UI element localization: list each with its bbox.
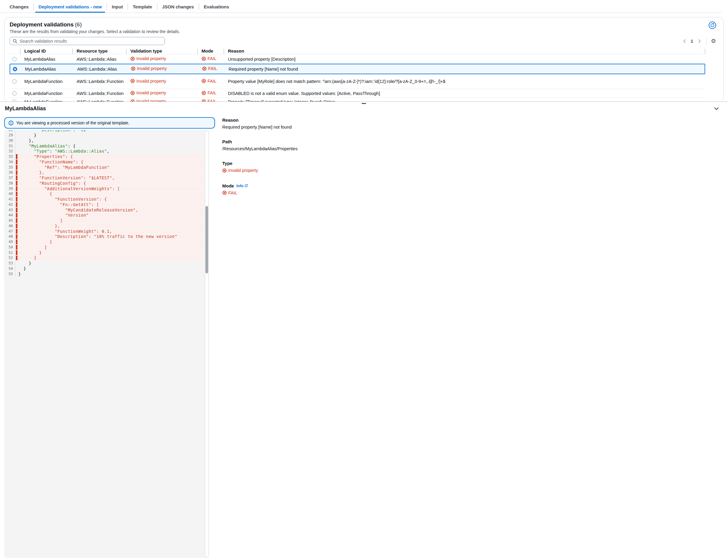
- table-row[interactable]: MyLambdaAlias AWS::Lambda::Alias Invalid…: [10, 54, 364, 64]
- template-code-viewer[interactable]: 28 "Description": "v2" 29 } 30 }, 31 "My…: [4, 130, 209, 280]
- scrollbar-thumb[interactable]: [206, 206, 208, 273]
- line-number: 28: [4, 130, 15, 132]
- logical-id-cell: MyLambdaFunction: [20, 79, 72, 84]
- mode-info-link[interactable]: Info: [236, 184, 248, 188]
- code-line-text: {: [15, 191, 204, 197]
- line-number: 46: [4, 224, 15, 228]
- search-icon: [13, 39, 17, 44]
- mode-label: Mode: [222, 183, 234, 188]
- code-line: 47 "FunctionWeight": 0.1,: [4, 229, 204, 234]
- tab-deployment-validations[interactable]: Deployment validations - new: [34, 0, 107, 13]
- code-line-text: },: [15, 223, 204, 229]
- scrollbar-track: [205, 131, 209, 280]
- row-radio-button[interactable]: [12, 57, 17, 61]
- code-line-text: "FunctionName": {: [15, 159, 204, 165]
- line-number: 51: [4, 251, 15, 255]
- row-radio-button[interactable]: [12, 79, 17, 84]
- code-line: 29 }: [4, 132, 204, 138]
- tab-input[interactable]: Input: [107, 0, 128, 13]
- code-line: 49 }: [4, 239, 204, 245]
- tab-template[interactable]: Template: [128, 0, 157, 13]
- table-body: MyLambdaAlias AWS::Lambda::Alias Invalid…: [10, 54, 364, 102]
- code-line-text: }: [15, 250, 204, 255]
- tab-changes[interactable]: Changes: [5, 0, 33, 13]
- validation-type-cell: Invalid property: [126, 79, 197, 84]
- line-number: 42: [4, 202, 15, 207]
- line-number: 36: [4, 170, 15, 175]
- code-line: 53 }: [4, 260, 204, 266]
- code-line: 38 "RoutingConfig": {: [4, 181, 204, 186]
- line-number: 29: [4, 133, 15, 137]
- line-number: 31: [4, 144, 15, 148]
- row-radio-button[interactable]: [12, 91, 17, 96]
- code-line-text: "Type": "AWS::Lambda::Alias",: [15, 149, 204, 154]
- tab-json-changes[interactable]: JSON changes: [157, 0, 199, 13]
- mode-cell: FAIL: [197, 56, 224, 62]
- resource-type-cell: AWS::Lambda::Function: [72, 79, 126, 84]
- error-icon: [131, 66, 136, 71]
- line-number: 49: [4, 240, 15, 244]
- error-icon: [130, 91, 135, 95]
- line-number: 34: [4, 160, 15, 164]
- code-line: 39 "AdditionalVersionWeights": [: [4, 186, 204, 191]
- line-number: 41: [4, 197, 15, 201]
- line-number: 48: [4, 234, 15, 239]
- mode-cell: FAIL: [198, 66, 224, 72]
- table-row[interactable]: MyLambdaFunction AWS::Lambda::Function I…: [10, 74, 364, 89]
- code-line-text: "FunctionWeight": 0.1,: [15, 229, 204, 234]
- code-line-text: "FunctionVersion": {: [15, 196, 204, 202]
- code-line-text: "Properties": {: [15, 154, 204, 159]
- alert-message: You are viewing a processed version of t…: [16, 120, 130, 125]
- tab-label: Deployment validations - new: [38, 4, 102, 9]
- split-panel-drag-handle[interactable]: [362, 103, 364, 104]
- type-label: Type: [222, 161, 364, 166]
- column-header-resource-type[interactable]: Resource type: [72, 48, 126, 53]
- search-box: [10, 37, 165, 45]
- code-line: 33 "Properties": {: [4, 154, 204, 159]
- line-number: 40: [4, 192, 15, 196]
- code-line: 32 "Type": "AWS::Lambda::Alias",: [4, 149, 204, 154]
- code-line: 43 "MyCandidateReleaseVersion",: [4, 207, 204, 213]
- info-alert: You are viewing a processed version of t…: [4, 117, 215, 129]
- path-label: Path: [222, 139, 364, 144]
- search-input[interactable]: [20, 39, 162, 44]
- tab-evaluations[interactable]: Evaluations: [199, 0, 234, 13]
- code-line-text: }: [15, 132, 204, 138]
- validation-type-cell: Invalid property: [126, 90, 197, 96]
- table-row[interactable]: MyLambdaFunction AWS::Lambda::Function I…: [10, 89, 364, 98]
- column-header-validation-type[interactable]: Validation type: [126, 48, 197, 53]
- reason-cell: Required property [Name] not found: [224, 66, 364, 72]
- tab-label: Input: [112, 4, 123, 9]
- line-number: 39: [4, 187, 15, 191]
- line-number: 30: [4, 138, 15, 143]
- tab-label: Template: [133, 4, 152, 9]
- line-number: 55: [4, 272, 15, 276]
- column-header-logical-id[interactable]: Logical ID: [20, 48, 72, 53]
- line-number: 45: [4, 218, 15, 223]
- external-link-icon: [245, 184, 248, 187]
- code-line: 55 }: [4, 271, 204, 277]
- error-icon: [202, 66, 207, 71]
- logical-id-cell: MyLambdaAlias: [20, 57, 72, 62]
- table-header-row: Logical ID Resource type Validation type…: [10, 47, 364, 54]
- code-line-text: ]: [15, 218, 204, 223]
- code-line: 44 "Version": [4, 213, 204, 218]
- tab-label: Changes: [10, 4, 29, 9]
- table-row[interactable]: MyLambdaAlias AWS::Lambda::Alias Invalid…: [10, 64, 364, 74]
- column-header-reason[interactable]: Reason: [224, 48, 364, 53]
- line-number: 47: [4, 229, 15, 233]
- code-line: 41 "FunctionVersion": {: [4, 196, 204, 202]
- tabs: ChangesDeployment validations - newInput…: [5, 0, 234, 13]
- line-number: 44: [4, 213, 15, 217]
- code-line: 34 "FunctionName": {: [4, 159, 204, 165]
- line-number: 43: [4, 208, 15, 212]
- error-icon: [130, 56, 135, 61]
- code-line: 31 "MyLambdaAlias": {: [4, 143, 204, 149]
- error-icon: [202, 56, 206, 61]
- row-radio-button[interactable]: [13, 67, 17, 71]
- logical-id-cell: MyLambdaFunction: [20, 91, 72, 96]
- column-header-mode[interactable]: Mode: [197, 48, 224, 53]
- line-number: 37: [4, 176, 15, 180]
- code-line-text: "MyCandidateReleaseVersion",: [15, 207, 204, 213]
- code-line: 54 }: [4, 266, 204, 271]
